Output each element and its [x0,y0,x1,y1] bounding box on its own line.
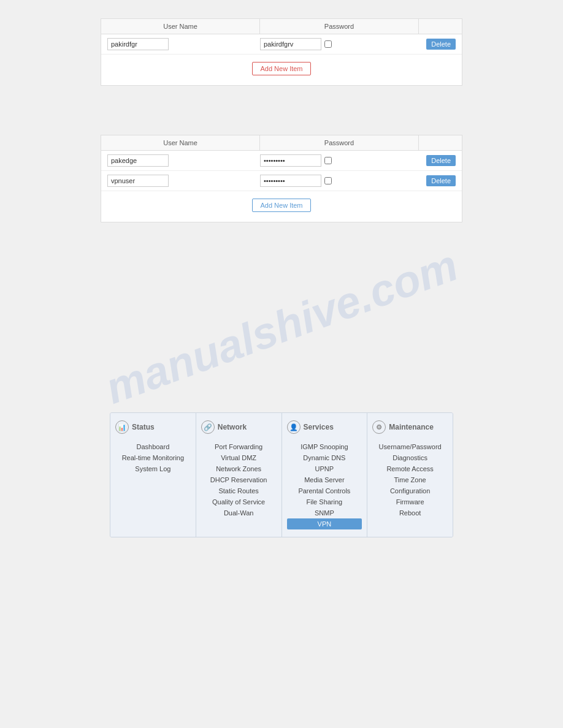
nav-item-vpn[interactable]: VPN [287,518,362,529]
panel1-add-row: Add New Item [101,55,462,85]
nav-item-system-log[interactable]: System Log [115,463,191,474]
nav-item-dashboard[interactable]: Dashboard [115,441,191,452]
panel2-username-header: User Name [101,135,260,150]
panel2-row1-delete-button[interactable]: Delete [426,155,456,166]
nav-column-services: 👤 Services IGMP Snooping Dynamic DNS UPN… [282,413,368,537]
panel2-add-new-button[interactable]: Add New Item [252,199,310,212]
panel1-add-new-button[interactable]: Add New Item [252,62,310,75]
nav-status-header: 📊 Status [115,420,191,434]
table-row: Delete [101,171,462,191]
table-row: Delete [101,34,462,55]
credentials-panel-2: User Name Password Delete [101,135,462,222]
panel1-username-header: User Name [101,19,260,34]
panel2-row2-password-input[interactable] [260,175,321,187]
panel2-header: User Name Password [101,135,462,151]
nav-item-snmp[interactable]: SNMP [287,507,362,518]
nav-item-time-zone[interactable]: Time Zone [372,474,448,485]
nav-item-remote-access[interactable]: Remote Access [372,463,448,474]
nav-menu-container: 📊 Status Dashboard Real-time Monitoring … [110,412,453,537]
nav-column-status: 📊 Status Dashboard Real-time Monitoring … [110,413,196,537]
network-icon: 🔗 [201,420,215,434]
nav-item-quality-of-service[interactable]: Quality of Service [201,496,277,507]
panel1-row1-username-input[interactable] [107,38,169,50]
nav-column-maintenance: ⚙ Maintenance Username/Password Diagnost… [367,413,453,537]
panel2-row2-delete-button[interactable]: Delete [426,175,456,186]
nav-services-header: 👤 Services [287,420,362,434]
panel2-row1-action-cell: Delete [413,155,456,166]
nav-network-label: Network [218,423,247,431]
watermark-text: manualshive.com [67,241,496,412]
nav-item-diagnostics[interactable]: Diagnostics [372,452,448,463]
nav-status-label: Status [132,423,155,431]
nav-item-firmware[interactable]: Firmware [372,496,448,507]
panel1-row1-password-input[interactable] [260,38,321,50]
nav-item-dhcp-reservation[interactable]: DHCP Reservation [201,474,277,485]
panel2-row2-checkbox[interactable] [324,177,332,184]
panel2-action-header [419,135,462,150]
services-icon: 👤 [287,420,301,434]
table-row: Delete [101,151,462,171]
nav-item-reboot[interactable]: Reboot [372,507,448,518]
nav-item-upnp[interactable]: UPNP [287,463,362,474]
panel2-row1-username-cell [107,154,260,167]
nav-item-dual-wan[interactable]: Dual-Wan [201,507,277,518]
nav-item-username-password[interactable]: Username/Password [372,441,448,452]
nav-network-header: 🔗 Network [201,420,277,434]
nav-column-network: 🔗 Network Port Forwarding Virtual DMZ Ne… [196,413,282,537]
panel2-row1-password-input[interactable] [260,154,321,167]
nav-item-virtual-dmz[interactable]: Virtual DMZ [201,452,277,463]
panel1-action-header [419,19,462,34]
panel2-row2-username-input[interactable] [107,175,169,187]
panel1-password-header: Password [260,19,419,34]
nav-services-label: Services [304,423,334,431]
nav-item-static-routes[interactable]: Static Routes [201,485,277,496]
panel2-row1-username-input[interactable] [107,154,169,167]
nav-maintenance-header: ⚙ Maintenance [372,420,448,434]
nav-item-network-zones[interactable]: Network Zones [201,463,277,474]
watermark-area: manualshive.com [67,241,496,412]
panel2-row2-password-cell [260,175,413,187]
panel2-row1-checkbox[interactable] [324,157,332,164]
panel1-row1-delete-button[interactable]: Delete [426,39,456,50]
nav-item-file-sharing[interactable]: File Sharing [287,496,362,507]
panel1-row1-action-cell: Delete [413,39,456,50]
nav-maintenance-label: Maintenance [389,423,434,431]
nav-item-realtime-monitoring[interactable]: Real-time Monitoring [115,452,191,463]
panel1-header: User Name Password [101,19,462,34]
panel1-row1-password-cell [260,38,413,50]
nav-item-parental-controls[interactable]: Parental Controls [287,485,362,496]
nav-item-igmp-snooping[interactable]: IGMP Snooping [287,441,362,452]
maintenance-icon: ⚙ [372,420,386,434]
nav-item-port-forwarding[interactable]: Port Forwarding [201,441,277,452]
nav-item-configuration[interactable]: Configuration [372,485,448,496]
credentials-panel-1: User Name Password Delete Add New Item [101,18,462,86]
nav-item-media-server[interactable]: Media Server [287,474,362,485]
panel2-password-header: Password [260,135,419,150]
nav-item-dynamic-dns[interactable]: Dynamic DNS [287,452,362,463]
panel1-row1-checkbox[interactable] [324,40,332,48]
panel2-row2-username-cell [107,175,260,187]
panel1-row1-username-cell [107,38,260,50]
panel2-add-row: Add New Item [101,191,462,222]
status-icon: 📊 [115,420,129,434]
panel2-row1-password-cell [260,154,413,167]
navigation-menu: 📊 Status Dashboard Real-time Monitoring … [104,412,459,537]
panel2-row2-action-cell: Delete [413,175,456,186]
